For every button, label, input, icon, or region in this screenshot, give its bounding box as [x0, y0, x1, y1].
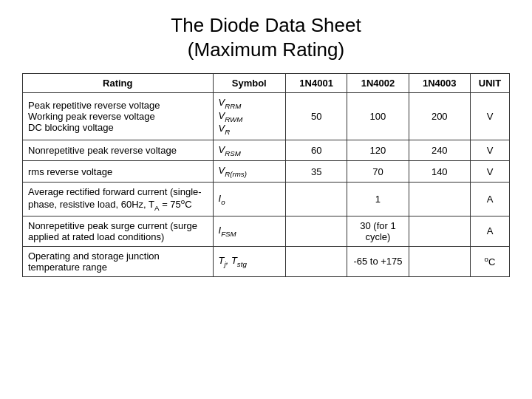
header-1n4003: 1N4003: [409, 74, 470, 93]
symbol-cell: IFSM: [213, 216, 285, 246]
rating-cell: Operating and storage junction temperatu…: [23, 246, 214, 276]
unit-cell: oC: [470, 246, 509, 276]
value-1n4003: [409, 246, 470, 276]
data-table: Rating Symbol 1N4001 1N4002 1N4003 UNIT …: [22, 73, 510, 277]
symbol-cell: Tj, Tstg: [213, 246, 285, 276]
table-row: Average rectified forward current (singl…: [23, 182, 510, 216]
value-1n4001: [285, 182, 347, 216]
unit-cell: V: [470, 93, 509, 140]
header-unit: UNIT: [470, 74, 509, 93]
value-1n4001: 50: [285, 93, 347, 140]
table-row: Nonrepetitive peak surge current (surge …: [23, 216, 510, 246]
value-1n4003: [409, 182, 470, 216]
rating-cell: Average rectified forward current (singl…: [23, 182, 214, 216]
header-1n4002: 1N4002: [347, 74, 409, 93]
rating-cell: rms reverse voltage: [23, 161, 214, 183]
table-row: Operating and storage junction temperatu…: [23, 246, 510, 276]
value-1n4003: [409, 216, 470, 246]
rating-cell: Nonrepetitive peak reverse voltage: [23, 140, 214, 161]
value-1n4002: 70: [347, 161, 409, 183]
value-1n4001: 35: [285, 161, 347, 183]
table-row: Peak repetitive reverse voltage Working …: [23, 93, 510, 140]
value-1n4003: 200: [409, 93, 470, 140]
symbol-cell: VRRM VRWM VR: [213, 93, 285, 140]
value-1n4001: [285, 246, 347, 276]
symbol-cell: VRSM: [213, 140, 285, 161]
value-1n4002: 30 (for 1 cycle): [347, 216, 409, 246]
symbol-cell: Io: [213, 182, 285, 216]
unit-cell: A: [470, 182, 509, 216]
value-1n4001: [285, 216, 347, 246]
value-1n4003: 140: [409, 161, 470, 183]
value-1n4002: -65 to +175: [347, 246, 409, 276]
value-1n4002: 120: [347, 140, 409, 161]
rating-cell: Peak repetitive reverse voltage Working …: [23, 93, 214, 140]
value-1n4003: 240: [409, 140, 470, 161]
page-title: The Diode Data Sheet (Maximum Rating): [171, 13, 361, 61]
unit-cell: A: [470, 216, 509, 246]
unit-cell: V: [470, 161, 509, 183]
value-1n4002: 1: [347, 182, 409, 216]
symbol-cell: VR(rms): [213, 161, 285, 183]
table-row: rms reverse voltage VR(rms) 35 70 140 V: [23, 161, 510, 183]
header-1n4001: 1N4001: [285, 74, 347, 93]
header-symbol: Symbol: [213, 74, 285, 93]
rating-cell: Nonrepetitive peak surge current (surge …: [23, 216, 214, 246]
unit-cell: V: [470, 140, 509, 161]
value-1n4002: 100: [347, 93, 409, 140]
table-row: Nonrepetitive peak reverse voltage VRSM …: [23, 140, 510, 161]
value-1n4001: 60: [285, 140, 347, 161]
header-rating: Rating: [23, 74, 214, 93]
